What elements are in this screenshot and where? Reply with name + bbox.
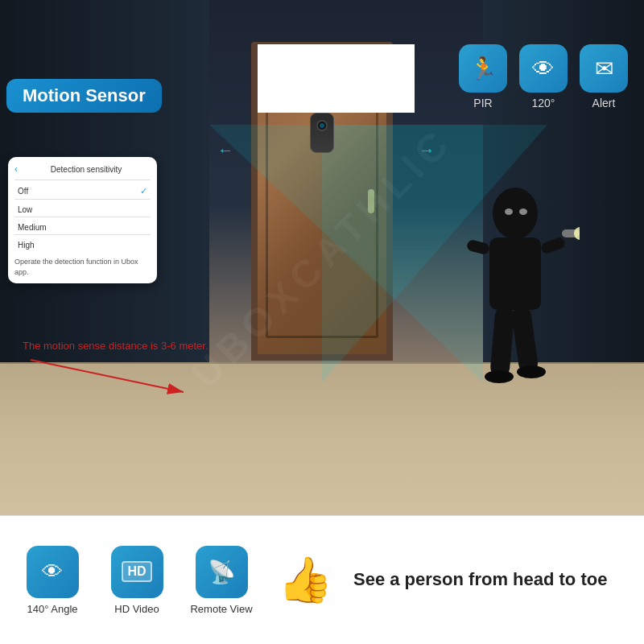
svg-rect-5 — [540, 236, 567, 254]
feature-hd-video: HD HD Video — [101, 546, 173, 615]
app-option-medium: Medium — [14, 221, 151, 234]
tagline-text: See a person from head to toe — [353, 568, 628, 592]
app-divider-4 — [14, 234, 151, 235]
bottom-section: 👁 140° Angle HD HD Video 📡 Remote View 👍… — [0, 515, 644, 644]
option-off-text: Off — [18, 187, 28, 196]
pir-icon: 🏃 — [459, 44, 507, 93]
angle-feature: 👁 120° — [519, 44, 568, 109]
remote-view-label: Remote View — [190, 603, 252, 615]
app-divider — [14, 180, 151, 180]
svg-point-11 — [517, 365, 546, 378]
app-divider-2 — [14, 199, 151, 200]
svg-line-13 — [31, 360, 184, 392]
intruder-figure — [451, 185, 580, 427]
hd-video-icon: HD — [111, 546, 163, 598]
hd-video-label: HD Video — [114, 603, 159, 615]
svg-rect-8 — [489, 307, 514, 377]
angle-140-icon: 👁 — [27, 546, 79, 598]
alert-feature: ✉ Alert — [580, 44, 628, 109]
alert-icon: ✉ — [580, 44, 628, 93]
feature-remote-view: 📡 Remote View — [185, 546, 258, 615]
motion-arrow-left: ← — [217, 141, 233, 159]
svg-point-2 — [519, 208, 527, 215]
svg-point-7 — [574, 227, 580, 240]
check-mark: ✓ — [140, 186, 147, 196]
svg-rect-9 — [511, 307, 539, 374]
svg-rect-4 — [466, 239, 491, 256]
app-back-arrow: ‹ — [14, 163, 18, 175]
thumbs-up-icon: 👍 — [278, 554, 333, 606]
alert-label: Alert — [592, 97, 616, 109]
distance-arrow-svg — [23, 356, 200, 396]
motion-badge-text: Motion Sensor — [23, 85, 146, 105]
camera-lens — [316, 120, 328, 131]
remote-view-icon: 📡 — [196, 546, 248, 598]
doorbell-camera — [310, 113, 334, 153]
app-description: Operate the detection function in Ubox a… — [14, 257, 151, 277]
eye-icon: 👁 — [519, 44, 568, 93]
distance-label: The motion sense distance is 3-6 meter. — [23, 340, 208, 352]
app-screen-title: Detection sensitivity — [22, 165, 151, 174]
feature-icons-top: 🏃 PIR 👁 120° ✉ Alert — [459, 44, 628, 109]
app-option-off: Off ✓ — [14, 184, 151, 199]
svg-point-10 — [485, 370, 514, 383]
redacted-area — [258, 44, 415, 113]
pir-label: PIR — [473, 97, 492, 109]
option-high-text: High — [18, 241, 35, 250]
app-option-high: High — [14, 238, 151, 252]
svg-rect-3 — [489, 237, 541, 310]
app-header: ‹ Detection sensitivity — [14, 163, 151, 175]
top-section: ← → Mo — [0, 0, 644, 515]
distance-annotation: The motion sense distance is 3-6 meter. — [23, 338, 208, 396]
app-divider-3 — [14, 217, 151, 217]
pir-feature: 🏃 PIR — [459, 44, 507, 109]
app-screenshot: ‹ Detection sensitivity Off ✓ Low Medium… — [8, 157, 157, 283]
angle-140-label: 140° Angle — [27, 603, 77, 615]
motion-sensor-badge: Motion Sensor — [6, 79, 162, 113]
svg-point-1 — [505, 208, 513, 215]
option-low-text: Low — [18, 205, 32, 214]
option-medium-text: Medium — [18, 223, 47, 232]
app-option-low: Low — [14, 203, 151, 217]
motion-arrow-right: → — [419, 141, 435, 159]
svg-point-0 — [493, 188, 538, 239]
angle-label: 120° — [532, 97, 555, 109]
feature-140-angle: 👁 140° Angle — [16, 546, 89, 615]
